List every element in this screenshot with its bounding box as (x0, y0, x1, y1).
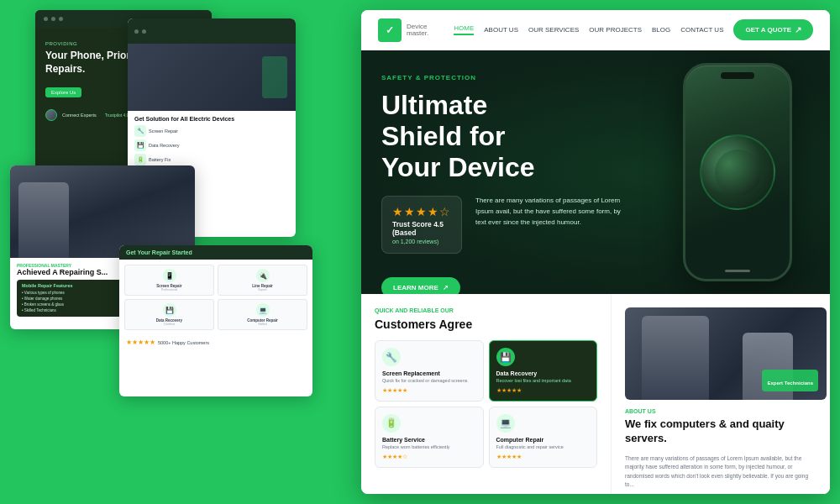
trust-stars: ★★★★☆ (392, 205, 451, 218)
phone-camera-circle (700, 134, 775, 210)
service-card-stars-3: ★★★★☆ (382, 454, 476, 460)
hero-title-line2: Your Device (381, 152, 535, 182)
about-img-badge: Expert Technicians (762, 370, 818, 391)
service-card-desc-4: Full diagnostic and repair service (496, 444, 591, 451)
learn-more-arrow-icon: ↗ (443, 284, 449, 291)
service-card-stars-2: ★★★★★ (496, 387, 591, 394)
repair-item-3: 💾 Data Recovery Certified (124, 299, 214, 330)
service-item-text-1: Screen Repair (149, 129, 178, 134)
logo-icon: ✓ (378, 18, 402, 42)
repair-icon-3: 💾 (163, 303, 176, 317)
service-card-icon-2: 💾 (496, 348, 515, 366)
learn-more-label: LEARN MORE (393, 284, 438, 291)
service-card-4: 💻 Computer Repair Full diagnostic and re… (489, 407, 598, 468)
hero-section: Safety & Protection Ultimate Shield for … (361, 50, 830, 294)
phone-camera-inner (715, 150, 761, 196)
nav-link-blog[interactable]: BLOG (652, 26, 670, 34)
nav-link-about[interactable]: ABOUT US (484, 26, 518, 34)
main-website-mockup: ✓ Device master. HOME ABOUT US OUR SERVI… (361, 10, 830, 494)
about-badge-text: Expert Technicians (767, 381, 813, 386)
repair-icon-1: 📱 (163, 269, 176, 282)
services-tag: Quick and Reliable Our (375, 307, 597, 313)
service-card-desc-3: Replace worn batteries efficiently (382, 444, 476, 451)
repair-icon-2: 🔌 (256, 269, 270, 282)
about-title: We fix computers & and quaity servers. (625, 417, 816, 446)
service-card-name-2: Data Recovery (496, 370, 591, 376)
card-mid-header (128, 18, 296, 44)
card-back-cta[interactable]: Explore Us (45, 87, 81, 97)
service-card-3: 🔋 Battery Service Replace worn batteries… (375, 407, 484, 468)
mid-dot-2 (142, 29, 146, 34)
service-card-1: 🔧 Screen Replacement Quick fix for crack… (375, 340, 484, 402)
repair-icon-4: 💻 (256, 303, 270, 317)
service-card-stars-4: ★★★★★ (496, 454, 591, 460)
card-repair-header: Get Your Repair Started (119, 245, 312, 260)
learn-more-button[interactable]: LEARN MORE ↗ (381, 277, 460, 294)
collage-left: Providing Your Phone, Priority & Expert … (10, 10, 346, 494)
services-grid: 🔧 Screen Replacement Quick fix for crack… (375, 340, 597, 467)
hero-title-line1: Ultimate Shield for (381, 90, 506, 151)
nav-links: HOME ABOUT US OUR SERVICES OUR PROJECTS … (454, 24, 733, 35)
nav-link-contact[interactable]: CONTACT US (680, 26, 723, 34)
repair-item-1: 📱 Screen Repair Professional (124, 265, 214, 296)
repair-review-text: 5000+ Happy Customers (158, 340, 209, 345)
hero-description: There are many variations of passages of… (475, 196, 625, 228)
service-card-name-3: Battery Service (382, 437, 476, 443)
quote-arrow-icon: ↗ (795, 25, 801, 34)
phone-home-indicator (725, 270, 750, 272)
trust-score-box: ★★★★☆ Trust Score 4.5 (Based on 1,200 re… (381, 196, 462, 254)
services-title: Customers Agree (375, 317, 597, 332)
hero-phone-area (645, 50, 830, 294)
service-card-name-4: Computer Repair (496, 437, 591, 443)
service-icon-2: 💾 (134, 139, 146, 151)
service-item-2: 💾 Data Recovery (134, 139, 289, 151)
navbar: ✓ Device master. HOME ABOUT US OUR SERVI… (361, 10, 830, 50)
service-icon-1: 🔧 (134, 125, 146, 137)
service-card-icon-4: 💻 (496, 414, 515, 433)
logo: ✓ Device master. (378, 18, 428, 42)
card-repair-screenshot: Get Your Repair Started 📱 Screen Repair … (119, 245, 312, 396)
technician-figure (18, 182, 69, 258)
nav-link-services[interactable]: OUR SERVICES (528, 26, 579, 34)
service-card-icon-3: 🔋 (382, 414, 401, 433)
service-item-text-3: Battery Fix (149, 157, 171, 162)
bottom-sections: Quick and Reliable Our Customers Agree 🔧… (361, 294, 830, 494)
card-mid-title: Get Solution for All Electric Devices (134, 116, 289, 122)
service-item-3: 🔋 Battery Fix (134, 154, 289, 165)
mid-dot-1 (134, 29, 139, 34)
card-tech-image (10, 165, 195, 258)
service-card-icon-1: 🔧 (382, 348, 401, 366)
repair-sub-4: Skilled (222, 323, 303, 326)
trust-score-label: Trust Score 4.5 (Based (392, 220, 451, 237)
service-item-1: 🔧 Screen Repair (134, 125, 289, 137)
repair-item-4: 💻 Computer Repair Skilled (218, 299, 307, 330)
hero-title: Ultimate Shield for Your Device (381, 90, 566, 182)
service-card-2: 💾 Data Recovery Recover lost files and i… (489, 340, 598, 402)
repair-sub-3: Certified (129, 323, 210, 326)
get-quote-button[interactable]: GET A QUOTE ↗ (733, 19, 813, 40)
service-icon-3: 🔋 (134, 154, 146, 165)
service-card-desc-2: Recover lost files and important data (496, 378, 591, 385)
service-card-stars-1: ★★★★★ (382, 387, 476, 394)
nav-dot-1 (44, 17, 48, 21)
service-card-desc-1: Quick fix for cracked or damaged screens (382, 378, 476, 385)
service-item-text-2: Data Recovery (149, 143, 179, 148)
nav-link-home[interactable]: HOME (454, 24, 474, 35)
card-mid-body: Get Solution for All Electric Devices 🔧 … (128, 111, 296, 173)
about-image: Expert Technicians (625, 307, 827, 400)
repair-rating: ★★★★★ 5000+ Happy Customers (119, 335, 312, 349)
phone-mockup (683, 63, 792, 281)
outer-wrapper: Providing Your Phone, Priority & Expert … (0, 0, 840, 504)
service-card-name-1: Screen Replacement (382, 370, 476, 376)
nav-link-projects[interactable]: OUR PROJECTS (589, 26, 642, 34)
about-tag: About Us (625, 408, 816, 414)
logo-checkmark: ✓ (386, 24, 394, 36)
card-mid-image (128, 44, 296, 111)
about-description: There are many variations of passages of… (625, 454, 816, 490)
repair-grid: 📱 Screen Repair Professional 🔌 Line Repa… (119, 260, 312, 335)
nav-dot-2 (51, 17, 55, 21)
repair-item-2: 🔌 Line Repair Expert (218, 265, 307, 296)
hero-tag: Safety & Protection (381, 74, 625, 81)
repair-sub-2: Expert (222, 288, 303, 291)
get-quote-label: GET A QUOTE (745, 26, 791, 34)
